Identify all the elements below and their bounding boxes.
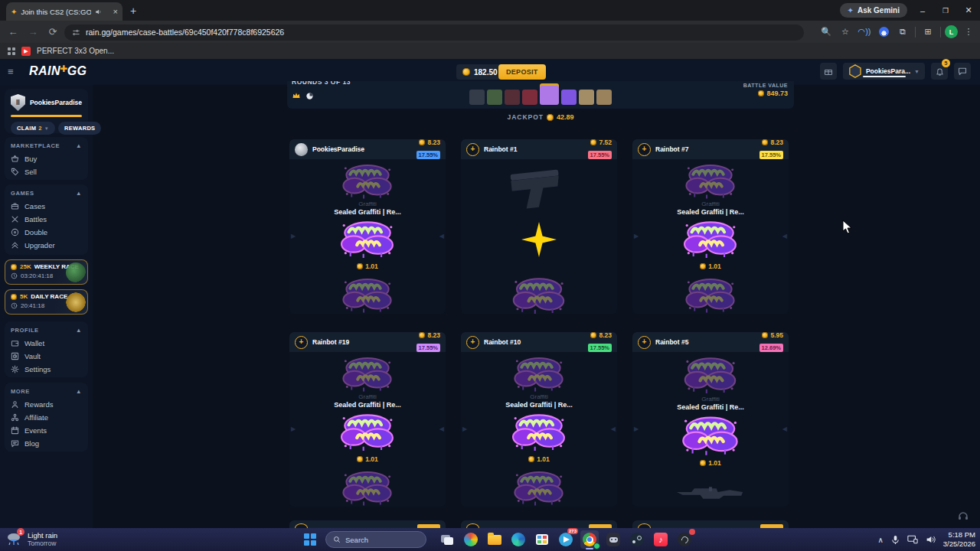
url-text[interactable]: rain.gg/games/case-battles/69c450f420f77… (86, 28, 284, 37)
collapse-icon[interactable]: ▲ (76, 142, 82, 149)
sidebar-item-buy[interactable]: Buy (11, 152, 82, 165)
sidebar-item-affiliate[interactable]: Affiliate (11, 411, 82, 424)
edge-icon[interactable] (509, 530, 528, 549)
sidebar-item-sell[interactable]: Sell (11, 165, 82, 178)
sidebar-item-battles[interactable]: Battles (11, 213, 82, 226)
tab-audio-icon[interactable] (95, 8, 102, 15)
item-type: Graffiti (530, 393, 547, 400)
start-button[interactable] (304, 533, 316, 546)
collapse-icon[interactable]: ▲ (76, 327, 82, 334)
next-round-card-partial (289, 520, 446, 528)
case-thumbnail[interactable] (505, 90, 520, 105)
extensions-icon[interactable]: ⧉ (894, 24, 911, 40)
cast-screen-icon[interactable] (907, 535, 918, 544)
taskbar-app-icons: 273 (438, 530, 694, 549)
back-icon[interactable]: ← (3, 26, 23, 37)
reload-icon[interactable]: ⟳ (43, 26, 63, 37)
race-decoration (66, 262, 86, 282)
sidebar-item-double[interactable]: Double (11, 226, 82, 239)
sidebar-item-vault[interactable]: Vault (11, 350, 82, 363)
obs-icon[interactable] (675, 530, 694, 549)
task-view-icon[interactable] (438, 530, 456, 549)
win-chance-badge: 17.55% (588, 344, 612, 352)
sidebar-item-settings[interactable]: Settings (11, 363, 82, 376)
item-image (508, 410, 570, 452)
steam-icon[interactable] (628, 530, 646, 549)
player-name: Rainbot #10 (484, 338, 521, 346)
read-aloud-icon[interactable]: ◠)) (856, 24, 873, 40)
case-thumbnail[interactable] (469, 90, 485, 105)
discord-icon[interactable] (604, 530, 622, 549)
site-settings-icon[interactable] (72, 28, 80, 37)
player-name: Rainbot #7 (655, 145, 688, 153)
window-restore-button[interactable]: ❐ (934, 0, 957, 21)
chat-button[interactable] (954, 63, 971, 80)
sidebar-item-rewards[interactable]: Rewards (11, 398, 82, 411)
weekly-race-banner[interactable]: 25K WEEKLY RACE 03:20:41:18 (5, 259, 88, 285)
item-type: Graffiti (358, 393, 376, 400)
file-explorer-icon[interactable] (485, 530, 504, 549)
bookmark-star-icon[interactable]: ☆ (837, 24, 854, 40)
sidebar-item-upgrader[interactable]: Upgrader (11, 239, 82, 252)
apple-music-icon[interactable]: ♪ (652, 530, 670, 549)
chat-icon (958, 67, 967, 76)
battle-info-strip: ROUNDS 3 OF 13 BATTLE VALUE 849.73 (287, 81, 794, 109)
account-menu[interactable]: PookiesPara... ▼ (843, 63, 925, 80)
item-image-next (339, 275, 396, 314)
player-avatar[interactable] (295, 143, 308, 156)
taskbar-search[interactable]: Search (325, 531, 426, 548)
collapse-icon[interactable]: ▲ (76, 388, 82, 395)
window-close-button[interactable]: ✕ (957, 0, 980, 21)
case-thumbnail[interactable] (522, 90, 537, 105)
microsoft-store-icon[interactable] (533, 530, 551, 549)
browser-tab[interactable]: ✦ Join this CS2 (CS:GO) Case × (6, 2, 122, 21)
notifications-button[interactable]: 5 (931, 63, 948, 80)
item-value: 1.01 (537, 455, 550, 463)
address-bar[interactable]: rain.gg/games/case-battles/69c450f420f77… (64, 24, 804, 41)
player-total: 8.23 (427, 332, 440, 339)
case-thumbnail[interactable] (561, 90, 577, 105)
window-minimize-button[interactable]: – (911, 0, 934, 21)
ask-gemini-button[interactable]: ✦ Ask Gemini (840, 3, 907, 18)
bookmark-item[interactable]: PERFECT 3x3 Open... (37, 47, 114, 55)
coin-icon (590, 139, 596, 145)
collapse-icon[interactable]: ▲ (76, 190, 82, 197)
forward-icon[interactable]: → (23, 26, 43, 37)
chrome-icon[interactable] (580, 530, 599, 549)
case-thumbnail[interactable] (487, 90, 502, 105)
claim-button[interactable]: CLAIM 2 ▼ (11, 122, 55, 135)
rewards-button[interactable]: REWARDS (58, 122, 101, 135)
sidebar-item-cases[interactable]: Cases (11, 200, 82, 213)
sidebar-item-blog[interactable]: Blog (11, 437, 82, 450)
bookmarks-bar: ▶ PERFECT 3x3 Open... (0, 43, 980, 59)
widgets-icon[interactable] (462, 530, 480, 549)
tab-close-icon[interactable]: × (113, 7, 118, 16)
telegram-icon[interactable]: 273 (557, 530, 575, 549)
microphone-icon[interactable] (891, 535, 900, 545)
case-thumbnail-current[interactable] (540, 86, 559, 105)
taskbar-clock[interactable]: 5:18 PM 3/25/2026 (943, 530, 975, 549)
win-chance-badge: 17.55% (416, 151, 440, 159)
vpn-extension-icon[interactable] (875, 24, 892, 40)
browser-profile-avatar[interactable]: L (945, 25, 958, 38)
case-thumbnail[interactable] (596, 90, 612, 105)
coin-icon (419, 139, 425, 145)
new-tab-button[interactable]: + (130, 5, 136, 17)
apps-grid-icon[interactable] (8, 47, 15, 55)
zoom-icon[interactable]: 🔍 (818, 24, 835, 40)
taskbar-weather-widget[interactable]: 1 Light rain Tomorrow (5, 530, 57, 548)
site-logo[interactable]: RAIN✚GG (29, 64, 87, 78)
menu-icon[interactable]: ≡ (8, 66, 14, 77)
side-panel-icon[interactable]: ⊞ (920, 24, 936, 40)
daily-race-banner[interactable]: 5K DAILY RACE 20:41:18 (5, 289, 88, 315)
case-thumbnail[interactable] (579, 90, 594, 105)
sidebar-item-wallet[interactable]: Wallet (11, 337, 82, 350)
support-headset-icon[interactable] (957, 510, 969, 522)
rewards-chest-button[interactable] (820, 63, 837, 80)
browser-menu-icon[interactable]: ⋮ (960, 24, 977, 40)
tray-expand-icon[interactable]: ∧ (877, 536, 883, 544)
volume-icon[interactable] (926, 535, 936, 544)
spinner-area: ▶ ◀ Graffiti Sealed Graffiti | Re... 1.0… (461, 352, 617, 507)
sidebar-item-events[interactable]: Events (11, 424, 82, 437)
deposit-button[interactable]: DEPOSIT (498, 64, 546, 80)
